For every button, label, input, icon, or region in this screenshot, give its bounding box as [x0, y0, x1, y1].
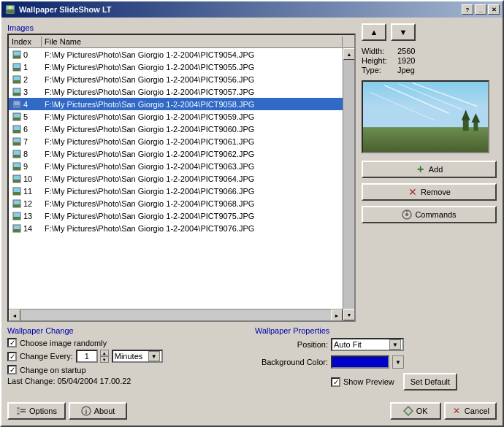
change-every-row: ✓ Change Every: 1 ▲ ▼ Minutes	[7, 350, 249, 363]
row-index: 2	[9, 74, 42, 85]
type-label: Type:	[362, 66, 394, 74]
checkmark-icon: ✓	[9, 339, 15, 347]
title-bar-buttons: ? _ ✕	[462, 4, 500, 15]
app-icon	[4, 4, 16, 15]
window-title: Wallpaper SlideShow LT	[19, 5, 462, 14]
svg-point-44	[405, 213, 408, 216]
row-file-icon	[12, 211, 22, 221]
scroll-down-button[interactable]: ▼	[343, 309, 354, 320]
commands-button[interactable]: Commands	[362, 206, 497, 223]
position-dropdown[interactable]: Auto Fit ▼	[331, 338, 404, 351]
col-header-filename: File Name	[42, 36, 343, 47]
change-value: 1	[85, 352, 89, 361]
height-row: Height: 1920	[362, 56, 497, 65]
svg-rect-8	[13, 80, 20, 83]
preview-gradient	[363, 82, 488, 152]
row-index: 10	[9, 174, 42, 184]
move-down-button[interactable]: ▼	[391, 23, 416, 41]
row-filename: F:\My Pictures\Photo\San Giorgio 1-2-200…	[42, 150, 343, 158]
table-row[interactable]: 12F:\My Pictures\Photo\San Giorgio 1-2-2…	[9, 197, 343, 209]
svg-rect-6	[13, 68, 20, 71]
ok-button[interactable]: OK	[390, 402, 441, 420]
commands-label: Commands	[415, 210, 456, 219]
spin-down-button[interactable]: ▼	[100, 356, 109, 363]
scroll-right-button[interactable]: ►	[331, 309, 343, 320]
table-row[interactable]: 8F:\My Pictures\Photo\San Giorgio 1-2-20…	[9, 147, 343, 160]
position-row: Position: Auto Fit ▼	[255, 338, 497, 351]
cancel-label: Cancel	[465, 407, 489, 415]
svg-rect-4	[13, 55, 20, 58]
svg-rect-18	[13, 142, 20, 145]
height-label: Height:	[362, 56, 394, 65]
remove-button[interactable]: ✕ Remove	[362, 183, 497, 201]
help-button[interactable]: ?	[462, 4, 473, 15]
svg-rect-28	[13, 204, 20, 207]
table-row[interactable]: 1F:\My Pictures\Photo\San Giorgio 1-2-20…	[9, 61, 343, 73]
color-picker[interactable]	[331, 355, 389, 369]
table-row[interactable]: 4F:\My Pictures\Photo\San Giorgio 1-2-20…	[9, 98, 343, 110]
change-value-spinbox[interactable]: 1	[76, 350, 98, 363]
content-area: Images Index File Name 0F:\My Pictures\P…	[1, 18, 503, 426]
spin-up-button[interactable]: ▲	[100, 350, 109, 356]
horizontal-scrollbar[interactable]: ◄ ►	[9, 309, 343, 320]
col-header-index: Index	[9, 36, 42, 47]
wallpaper-properties-title: Wallpaper Properties	[255, 326, 497, 335]
width-row: Width: 2560	[362, 47, 497, 55]
table-row[interactable]: 6F:\My Pictures\Photo\San Giorgio 1-2-20…	[9, 123, 343, 135]
close-button[interactable]: ✕	[488, 4, 500, 15]
list-body[interactable]: 0F:\My Pictures\Photo\San Giorgio 1-2-20…	[9, 48, 343, 309]
options-label: Options	[29, 407, 57, 415]
table-row[interactable]: 9F:\My Pictures\Photo\San Giorgio 1-2-20…	[9, 160, 343, 172]
about-button[interactable]: i About	[69, 402, 127, 420]
row-filename: F:\My Pictures\Photo\San Giorgio 1-2-200…	[42, 112, 343, 121]
set-default-button[interactable]: Set Default	[403, 373, 457, 391]
images-label: Images	[7, 23, 356, 32]
change-on-startup-checkbox[interactable]: ✓	[7, 365, 17, 374]
last-change-row: Last Change: 05/04/2004 17.00.22	[7, 377, 249, 385]
list-with-scrollbar: 0F:\My Pictures\Photo\San Giorgio 1-2-20…	[9, 48, 354, 320]
row-index: 14	[9, 223, 42, 234]
svg-rect-24	[13, 180, 20, 182]
table-row[interactable]: 11F:\My Pictures\Photo\San Giorgio 1-2-2…	[9, 185, 343, 197]
table-row[interactable]: 7F:\My Pictures\Photo\San Giorgio 1-2-20…	[9, 135, 343, 147]
row-index: 4	[9, 99, 42, 109]
row-filename: F:\My Pictures\Photo\San Giorgio 1-2-200…	[42, 174, 343, 183]
show-preview-label: Show Preview	[343, 377, 394, 386]
time-unit-dropdown[interactable]: Minutes ▼	[112, 350, 163, 363]
scroll-up-button[interactable]: ▲	[343, 48, 354, 60]
show-preview-checkbox[interactable]: ✓	[331, 377, 340, 387]
table-row[interactable]: 14F:\My Pictures\Photo\San Giorgio 1-2-2…	[9, 222, 343, 234]
move-up-button[interactable]: ▲	[362, 23, 386, 41]
color-dropdown-button[interactable]: ▼	[392, 355, 404, 369]
table-row[interactable]: 10F:\My Pictures\Photo\San Giorgio 1-2-2…	[9, 172, 343, 185]
row-index: 7	[9, 136, 42, 147]
options-button[interactable]: Options	[7, 402, 66, 420]
set-default-label: Set Default	[411, 377, 450, 386]
row-file-icon	[12, 223, 22, 234]
table-row[interactable]: 2F:\My Pictures\Photo\San Giorgio 1-2-20…	[9, 73, 343, 85]
file-list[interactable]: Index File Name 0F:\My Pictures\Photo\Sa…	[7, 34, 356, 322]
list-main: 0F:\My Pictures\Photo\San Giorgio 1-2-20…	[9, 48, 343, 320]
add-button[interactable]: + Add	[362, 161, 497, 178]
minimize-button[interactable]: _	[475, 4, 486, 15]
last-change-label: Last Change:	[7, 377, 55, 385]
choose-randomly-label: Choose image randomly	[20, 339, 107, 347]
vertical-scrollbar[interactable]: ▲ ▼	[343, 48, 354, 320]
table-row[interactable]: 5F:\My Pictures\Photo\San Giorgio 1-2-20…	[9, 110, 343, 123]
row-index: 1	[9, 62, 42, 72]
position-value: Auto Fit	[334, 340, 388, 349]
change-every-checkbox[interactable]: ✓	[7, 352, 17, 361]
table-row[interactable]: 0F:\My Pictures\Photo\San Giorgio 1-2-20…	[9, 48, 343, 61]
footer: Options i About	[7, 399, 497, 420]
svg-text:i: i	[85, 408, 87, 415]
cancel-button[interactable]: ✕ Cancel	[444, 402, 497, 420]
footer-right: OK ✕ Cancel	[390, 402, 497, 420]
scroll-left-button[interactable]: ◄	[9, 309, 20, 320]
main-window: Wallpaper SlideShow LT ? _ ✕ Images Inde…	[0, 0, 504, 427]
change-every-label: Change Every:	[20, 352, 73, 361]
row-filename: F:\My Pictures\Photo\San Giorgio 1-2-200…	[42, 199, 343, 208]
choose-randomly-checkbox[interactable]: ✓	[7, 338, 17, 347]
table-row[interactable]: 3F:\My Pictures\Photo\San Giorgio 1-2-20…	[9, 85, 343, 98]
type-row: Type: Jpeg	[362, 66, 497, 74]
table-row[interactable]: 13F:\My Pictures\Photo\San Giorgio 1-2-2…	[9, 209, 343, 222]
